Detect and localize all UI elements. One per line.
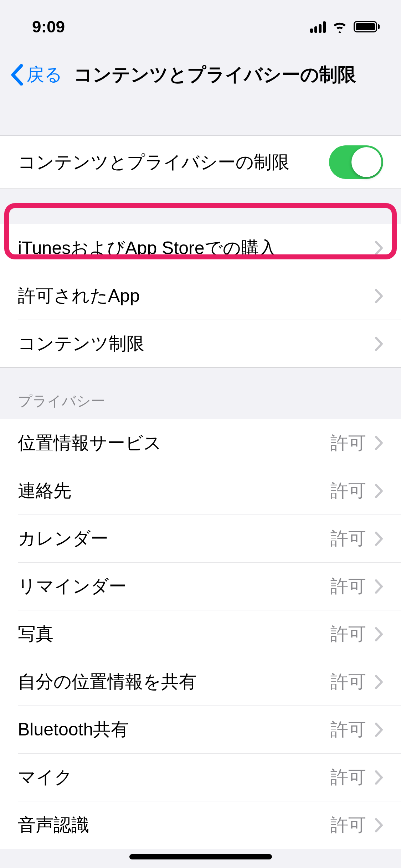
content-restrictions-cell[interactable]: コンテンツ制限 [0,320,401,367]
battery-icon [354,21,380,32]
reminders-cell[interactable]: リマインダー 許可 [0,562,401,610]
toggle-group: コンテンツとプライバシーの制限 [0,135,401,189]
chevron-right-icon [375,531,383,546]
back-button[interactable]: 戻る [7,63,62,87]
cell-value: 許可 [330,765,366,789]
toggle-switch[interactable] [329,145,383,179]
chevron-right-icon [375,241,383,255]
allowed-apps-cell[interactable]: 許可されたApp [0,272,401,320]
photos-cell[interactable]: 写真 許可 [0,610,401,658]
contacts-cell[interactable]: 連絡先 許可 [0,467,401,515]
cell-label: コンテンツ制限 [18,332,375,356]
chevron-left-icon [11,64,24,86]
cell-label: 許可されたApp [18,284,375,308]
cell-value: 許可 [330,431,366,455]
cell-value: 許可 [330,574,366,598]
toggle-label: コンテンツとプライバシーの制限 [18,150,329,174]
chevron-right-icon [375,818,383,833]
chevron-right-icon [375,484,383,498]
cell-label: 写真 [18,622,330,646]
privacy-section-header: プライバシー [0,368,401,419]
microphone-cell[interactable]: マイク 許可 [0,753,401,801]
status-bar: 9:09 [0,0,401,50]
bluetooth-sharing-cell[interactable]: Bluetooth共有 許可 [0,706,401,753]
chevron-right-icon [375,289,383,304]
cell-label: カレンダー [18,527,330,551]
itunes-purchases-cell[interactable]: iTunesおよびApp Storeでの購入 [0,224,401,272]
status-time: 9:09 [32,14,65,36]
cell-label: iTunesおよびApp Storeでの購入 [18,236,375,260]
cell-value: 許可 [330,670,366,694]
chevron-right-icon [375,722,383,737]
cell-value: 許可 [330,622,366,646]
calendar-cell[interactable]: カレンダー 許可 [0,515,401,562]
cell-label: リマインダー [18,574,330,598]
cell-label: 位置情報サービス [18,431,330,455]
cell-value: 許可 [330,813,366,837]
content-privacy-toggle-cell[interactable]: コンテンツとプライバシーの制限 [0,136,401,188]
chevron-right-icon [375,579,383,594]
navigation-bar: 戻る コンテンツとプライバシーの制限 [0,50,401,100]
cell-value: 許可 [330,527,366,551]
cell-label: 自分の位置情報を共有 [18,670,330,694]
cell-value: 許可 [330,479,366,503]
section-gap [0,100,401,135]
cell-value: 許可 [330,718,366,742]
share-location-cell[interactable]: 自分の位置情報を共有 許可 [0,658,401,706]
cell-label: Bluetooth共有 [18,718,330,742]
cell-label: 連絡先 [18,479,330,503]
wifi-icon [331,21,348,33]
privacy-group: 位置情報サービス 許可 連絡先 許可 カレンダー 許可 リマインダー 許可 写真… [0,419,401,849]
chevron-right-icon [375,336,383,351]
status-indicators [310,17,380,33]
location-services-cell[interactable]: 位置情報サービス 許可 [0,419,401,467]
cell-label: 音声認識 [18,813,330,837]
back-label: 戻る [26,63,62,87]
cellular-signal-icon [310,21,326,33]
cell-label: マイク [18,765,330,789]
chevron-right-icon [375,675,383,689]
chevron-right-icon [375,770,383,785]
home-indicator[interactable] [129,854,272,859]
chevron-right-icon [375,435,383,450]
chevron-right-icon [375,627,383,642]
restrictions-group: iTunesおよびApp Storeでの購入 許可されたApp コンテンツ制限 [0,224,401,368]
switch-knob [351,147,381,177]
speech-recognition-cell[interactable]: 音声認識 許可 [0,801,401,849]
section-gap [0,189,401,224]
